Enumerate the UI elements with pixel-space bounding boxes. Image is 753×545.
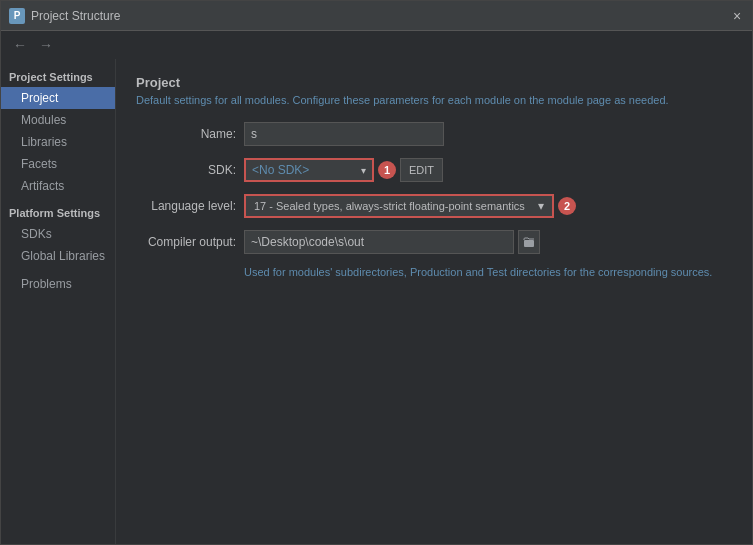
- language-dropdown[interactable]: 17 - Sealed types, always-strict floatin…: [244, 194, 554, 218]
- sdk-row: SDK: <No SDK> ▾ 1 EDIT: [136, 158, 732, 182]
- titlebar: P Project Structure ×: [1, 1, 752, 31]
- language-label: Language level:: [136, 199, 236, 213]
- svg-rect-0: [524, 240, 534, 247]
- language-controls: 17 - Sealed types, always-strict floatin…: [244, 194, 576, 218]
- language-row: Language level: 17 - Sealed types, alway…: [136, 194, 732, 218]
- sdk-controls: <No SDK> ▾ 1 EDIT: [244, 158, 443, 182]
- compiler-row: Compiler output: ~\Desktop\code\s\out: [136, 230, 732, 254]
- sdk-badge: 1: [378, 161, 396, 179]
- name-label: Name:: [136, 127, 236, 141]
- sidebar-item-artifacts[interactable]: Artifacts: [1, 175, 115, 197]
- sdk-dropdown[interactable]: <No SDK> ▾: [244, 158, 374, 182]
- browse-folder-button[interactable]: [518, 230, 540, 254]
- compiler-path: ~\Desktop\code\s\out: [244, 230, 514, 254]
- compiler-label: Compiler output:: [136, 235, 236, 249]
- name-input[interactable]: [244, 122, 444, 146]
- section-desc: Default settings for all modules. Config…: [136, 94, 732, 106]
- forward-button[interactable]: →: [35, 35, 57, 55]
- section-title: Project: [136, 75, 732, 90]
- sdk-label: SDK:: [136, 163, 236, 177]
- app-icon: P: [9, 8, 25, 24]
- sdk-value: <No SDK>: [252, 163, 309, 177]
- sidebar-item-project[interactable]: Project: [1, 87, 115, 109]
- project-structure-window: P Project Structure × ← → Project Settin…: [0, 0, 753, 545]
- navigation-toolbar: ← →: [1, 31, 752, 59]
- close-button[interactable]: ×: [730, 9, 744, 23]
- main-panel: Project Default settings for all modules…: [116, 59, 752, 544]
- language-arrow-icon: ▾: [538, 199, 544, 213]
- language-badge: 2: [558, 197, 576, 215]
- name-row: Name:: [136, 122, 732, 146]
- sidebar-item-sdks[interactable]: SDKs: [1, 223, 115, 245]
- sidebar-item-modules[interactable]: Modules: [1, 109, 115, 131]
- project-settings-header: Project Settings: [1, 67, 115, 87]
- compiler-hint: Used for modules' subdirectories, Produc…: [244, 266, 732, 278]
- main-content: Project Settings Project Modules Librari…: [1, 59, 752, 544]
- sidebar-item-problems[interactable]: Problems: [1, 273, 115, 295]
- titlebar-title: Project Structure: [31, 9, 120, 23]
- platform-settings-header: Platform Settings: [1, 203, 115, 223]
- sidebar-item-libraries[interactable]: Libraries: [1, 131, 115, 153]
- compiler-controls: ~\Desktop\code\s\out: [244, 230, 540, 254]
- edit-sdk-button[interactable]: EDIT: [400, 158, 443, 182]
- sdk-arrow-icon: ▾: [361, 165, 366, 176]
- back-button[interactable]: ←: [9, 35, 31, 55]
- sidebar-item-global-libraries[interactable]: Global Libraries: [1, 245, 115, 267]
- titlebar-left: P Project Structure: [9, 8, 120, 24]
- sidebar-item-facets[interactable]: Facets: [1, 153, 115, 175]
- language-value: 17 - Sealed types, always-strict floatin…: [254, 200, 525, 212]
- sidebar: Project Settings Project Modules Librari…: [1, 59, 116, 544]
